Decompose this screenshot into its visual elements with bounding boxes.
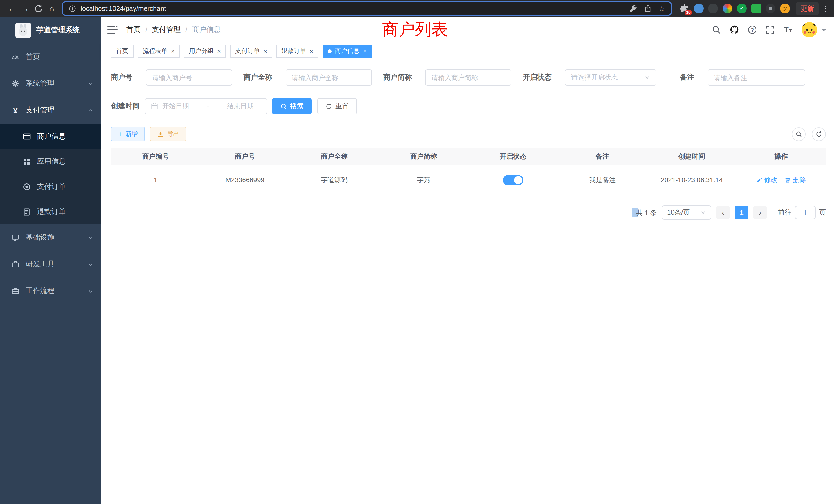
delete-link[interactable]: 删除 — [785, 175, 806, 184]
refresh-table-button[interactable] — [812, 127, 826, 141]
avatar-caret-icon[interactable] — [822, 29, 826, 33]
close-icon[interactable]: × — [217, 48, 221, 54]
close-icon[interactable]: × — [171, 48, 175, 54]
chevron-down-icon — [88, 261, 93, 267]
page-number-button[interactable]: 1 — [735, 206, 748, 219]
plus-icon: + — [118, 131, 122, 137]
extension-icon[interactable] — [708, 4, 718, 13]
tab-home[interactable]: 首页 — [111, 44, 133, 58]
search-icon[interactable] — [712, 25, 721, 35]
status-toggle[interactable] — [503, 175, 523, 185]
breadcrumb-home[interactable]: 首页 — [126, 25, 141, 35]
sidebar-item-home[interactable]: 首页 — [0, 44, 101, 70]
sidebar-item-infrastructure[interactable]: 基础设施 — [0, 224, 101, 251]
extension-icon[interactable]: ツ — [780, 4, 790, 13]
reset-button-label: 重置 — [335, 101, 349, 111]
share-icon[interactable] — [644, 5, 652, 12]
sidebar-item-label: 支付管理 — [26, 106, 54, 115]
extension-icon[interactable] — [751, 4, 761, 13]
grid-icon — [23, 157, 31, 165]
page-size-select[interactable]: 10条/页 — [662, 205, 711, 220]
password-key-icon[interactable] — [630, 5, 638, 12]
goto-page-input[interactable] — [795, 206, 815, 219]
merchant-full-name-input[interactable] — [286, 69, 372, 86]
close-icon[interactable]: × — [263, 48, 267, 54]
sidebar-item-payment[interactable]: ¥ 支付管理 — [0, 97, 101, 124]
end-date-placeholder[interactable]: 结束日期 — [227, 101, 254, 111]
add-button-label: 新增 — [125, 130, 138, 138]
pagination-total: 共 1 条 — [632, 208, 657, 217]
filter-row-1: 商户号 商户全称 商户简称 开启状态 请选择开启状态 备注 — [111, 69, 826, 86]
chevron-down-icon — [700, 209, 706, 215]
merchant-no-input[interactable] — [146, 69, 232, 86]
extension-icon[interactable] — [766, 4, 775, 13]
table-row: 1 M233666999 芋道源码 芋艿 我是备注 2021-10-23 08:… — [111, 165, 826, 195]
column-header: 开启状态 — [468, 152, 558, 161]
date-range-picker[interactable]: 开始日期 - 结束日期 — [145, 98, 267, 114]
logo-avatar — [16, 23, 31, 38]
github-icon[interactable] — [730, 25, 739, 35]
sidebar-item-app-info[interactable]: 应用信息 — [0, 149, 101, 174]
edit-link-label: 修改 — [764, 175, 777, 184]
sidebar-item-payment-orders[interactable]: 支付订单 — [0, 174, 101, 199]
sidebar-item-refund-orders[interactable]: 退款订单 — [0, 199, 101, 224]
sidebar-item-dev-tools[interactable]: 研发工具 — [0, 251, 101, 278]
tab-user-group[interactable]: 用户分组 × — [184, 44, 226, 58]
chevron-up-icon — [88, 108, 93, 113]
tab-flow-form[interactable]: 流程表单 × — [138, 44, 180, 58]
bookmark-star-icon[interactable]: ☆ — [659, 4, 665, 13]
close-icon[interactable]: × — [363, 48, 367, 54]
pencil-icon — [756, 177, 762, 183]
close-icon[interactable]: × — [310, 48, 313, 54]
reset-button[interactable]: 重置 — [317, 98, 357, 114]
tab-label: 流程表单 — [143, 47, 168, 55]
tags-view-bar: 首页 流程表单 × 用户分组 × 支付订单 × 退款订单 × — [101, 43, 834, 60]
edit-link[interactable]: 修改 — [756, 175, 777, 184]
goto-suffix: 页 — [819, 208, 826, 217]
breadcrumb-separator: / — [185, 26, 188, 34]
column-header: 操作 — [737, 152, 826, 161]
extension-icon[interactable] — [694, 4, 704, 13]
export-button[interactable]: 导出 — [150, 127, 186, 141]
column-header: 商户编号 — [111, 152, 200, 161]
reload-icon[interactable] — [32, 2, 45, 15]
back-icon[interactable]: ← — [5, 2, 19, 15]
tab-payment-orders[interactable]: 支付订单 × — [230, 44, 272, 58]
home-icon[interactable]: ⌂ — [45, 2, 59, 15]
status-select[interactable]: 请选择开启状态 — [565, 69, 656, 86]
extensions-puzzle-icon[interactable]: 10 — [679, 4, 689, 13]
tab-merchant-info[interactable]: 商户信息 × — [323, 44, 372, 58]
search-button[interactable]: 搜索 — [272, 98, 312, 114]
sidebar-item-system[interactable]: 系统管理 — [0, 70, 101, 97]
fullscreen-icon[interactable] — [766, 25, 775, 35]
browser-update-button[interactable]: 更新 — [796, 2, 818, 15]
browser-menu-icon[interactable]: ⋮ — [822, 4, 829, 13]
font-size-icon[interactable]: TT — [784, 25, 793, 35]
url-bar[interactable]: localhost:1024/pay/merchant ☆ — [63, 2, 671, 15]
forward-icon[interactable]: → — [19, 2, 32, 15]
breadcrumb-section[interactable]: 支付管理 — [152, 25, 181, 35]
avatar[interactable] — [802, 22, 817, 38]
toggle-search-button[interactable] — [792, 127, 806, 141]
trash-icon — [785, 177, 791, 183]
hamburger-icon[interactable] — [107, 24, 118, 36]
remark-input[interactable] — [708, 69, 805, 86]
logo[interactable]: 芋道管理系统 — [0, 17, 101, 44]
extension-icon[interactable]: ✓ — [737, 4, 747, 13]
dashboard-icon — [11, 53, 20, 61]
column-header: 创建时间 — [647, 152, 737, 161]
cell-merchant-no: M233666999 — [200, 176, 290, 184]
start-date-placeholder[interactable]: 开始日期 — [162, 101, 189, 111]
chevron-down-icon — [88, 235, 93, 240]
prev-page-button[interactable]: ‹ — [717, 206, 730, 219]
sidebar-item-workflow[interactable]: 工作流程 — [0, 278, 101, 304]
merchant-short-name-input[interactable] — [425, 69, 511, 86]
site-info-icon[interactable] — [69, 5, 76, 12]
help-icon[interactable]: ? — [748, 25, 757, 35]
add-button[interactable]: + 新增 — [111, 127, 145, 141]
sidebar-item-merchant-info[interactable]: 商户信息 — [0, 124, 101, 149]
next-page-button[interactable]: › — [753, 206, 767, 219]
browser-chrome: ← → ⌂ localhost:1024/pay/merchant ☆ 10 ✓ — [0, 0, 834, 17]
tab-refund-orders[interactable]: 退款订单 × — [276, 44, 319, 58]
extension-icon[interactable] — [723, 4, 732, 13]
